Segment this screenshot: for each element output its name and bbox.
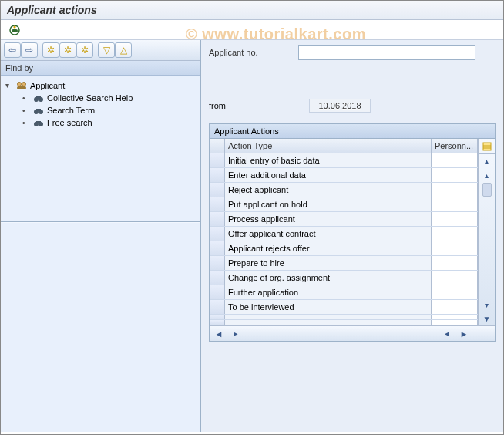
scroll-thumb[interactable] [482,183,492,197]
scroll-down-button[interactable]: ▼ [483,312,491,325]
nav-forward-button[interactable]: ⇨ [21,42,38,58]
cell-personnel[interactable] [432,183,478,197]
table-row: Further application [210,285,478,300]
toolbar-btn-5[interactable]: ✲ [76,42,93,58]
cell-personnel[interactable] [432,271,478,285]
row-selector[interactable] [210,271,225,285]
table-body: Initial entry of basic dataEnter additio… [210,153,478,325]
cell-personnel[interactable] [432,320,478,325]
nav-back-button[interactable]: ⇦ [4,42,21,58]
configure-columns-button[interactable] [479,139,495,154]
toolbar-btn-4[interactable]: ✲ [59,42,76,58]
cell-action-type[interactable]: Put applicant on hold [225,197,432,211]
row-selector[interactable] [210,256,225,270]
hscroll-next-button[interactable]: ◂ [441,329,453,339]
row-selector[interactable] [210,315,225,319]
tree-root-label: Applicant [30,81,65,90]
cell-personnel[interactable] [432,212,478,226]
star-icon: ✲ [64,45,72,56]
table-row: Change of org. assignment [210,271,478,285]
table-row: Initial entry of basic data [210,153,478,168]
scroll-line-down-button[interactable]: ▾ [485,298,489,312]
expand-all-button[interactable]: ▽ [98,42,115,58]
cell-personnel[interactable] [432,285,478,299]
cell-personnel[interactable] [432,256,478,270]
hscroll-prev-button[interactable]: ▸ [230,329,242,339]
cell-action-type[interactable]: To be interviewed [225,300,432,314]
col-personnel[interactable]: Personn... [432,139,478,153]
panel-title: Applicant Actions [210,124,495,139]
cell-action-type[interactable]: Enter additional data [225,168,432,182]
col-selector[interactable] [210,139,225,153]
cell-action-type[interactable]: Prepare to hire [225,256,432,270]
cell-action-type[interactable] [225,320,432,325]
applicant-actions-panel: Applicant Actions Action Type Personn...… [209,123,496,342]
row-selector[interactable] [210,212,225,226]
tree-item-free-search[interactable]: Free search [4,116,197,129]
tree-item-label: Search Term [47,106,95,115]
row-selector[interactable] [210,320,225,325]
row-selector[interactable] [210,227,225,241]
row-selector[interactable] [210,168,225,182]
svg-rect-15 [483,143,491,150]
cell-action-type[interactable]: Further application [225,285,432,299]
vertical-scroll: ▲ ▴ ▾ ▼ [478,139,495,325]
svg-rect-5 [17,86,26,89]
svg-point-3 [18,83,22,86]
cell-personnel[interactable] [432,197,478,211]
row-selector[interactable] [210,300,225,314]
cell-action-type[interactable]: Initial entry of basic data [225,153,432,167]
scroll-line-up-button[interactable]: ▴ [485,168,489,182]
row-selector[interactable] [210,285,225,299]
cell-personnel[interactable] [432,300,478,314]
collapse-all-button[interactable]: △ [115,42,132,58]
svg-point-4 [22,83,26,86]
table-header-row: Action Type Personn... [210,139,478,153]
cell-action-type[interactable]: Change of org. assignment [225,271,432,285]
find-by-header: Find by [1,61,200,76]
applicant-no-input[interactable] [298,45,475,60]
scroll-up-button[interactable]: ▲ [483,154,491,168]
row-selector[interactable] [210,197,225,211]
svg-rect-8 [36,96,41,99]
hscroll-first-button[interactable]: ◄ [213,329,225,339]
main-area: ⇦ ⇨ ✲ ✲ ✲ ▽ △ Find by Applicant [1,40,503,432]
table-row: Offer applicant contract [210,227,478,241]
svg-rect-14 [36,121,41,123]
from-label: from [209,101,226,110]
command-bar [1,20,503,40]
from-date-value[interactable]: 10.06.2018 [309,99,371,113]
cell-personnel[interactable] [432,168,478,182]
svg-point-1 [13,25,15,28]
cell-action-type[interactable]: Offer applicant contract [225,227,432,241]
svg-rect-11 [36,109,41,111]
cell-personnel[interactable] [432,227,478,241]
cell-personnel[interactable] [432,153,478,167]
page-title: Applicant actions [1,1,503,20]
tree-root-applicant[interactable]: Applicant [4,79,197,92]
table-row: To be interviewed [210,300,478,315]
execute-icon[interactable] [7,23,22,35]
cell-personnel[interactable] [432,241,478,255]
actions-table: Action Type Personn... Initial entry of … [210,139,495,325]
page-title-text: Applicant actions [7,4,97,16]
triangle-up-icon: △ [120,45,127,56]
table-row: Prepare to hire [210,256,478,271]
row-selector[interactable] [210,183,225,197]
svg-rect-2 [12,29,18,32]
people-icon [16,80,27,90]
col-action-type[interactable]: Action Type [225,139,432,153]
right-pane: Applicant no. from 10.06.2018 Applicant … [201,40,503,432]
cell-action-type[interactable]: Reject applicant [225,183,432,197]
cell-action-type[interactable] [225,315,432,319]
tree-item-collective-search[interactable]: Collective Search Help [4,92,197,104]
from-row: from 10.06.2018 [209,99,496,113]
tree-item-search-term[interactable]: Search Term [4,104,197,116]
toolbar-btn-3[interactable]: ✲ [42,42,59,58]
row-selector[interactable] [210,241,225,255]
hscroll-last-button[interactable]: ► [458,329,470,339]
cell-personnel[interactable] [432,315,478,319]
row-selector[interactable] [210,153,225,167]
cell-action-type[interactable]: Process applicant [225,212,432,226]
cell-action-type[interactable]: Applicant rejects offer [225,241,432,255]
